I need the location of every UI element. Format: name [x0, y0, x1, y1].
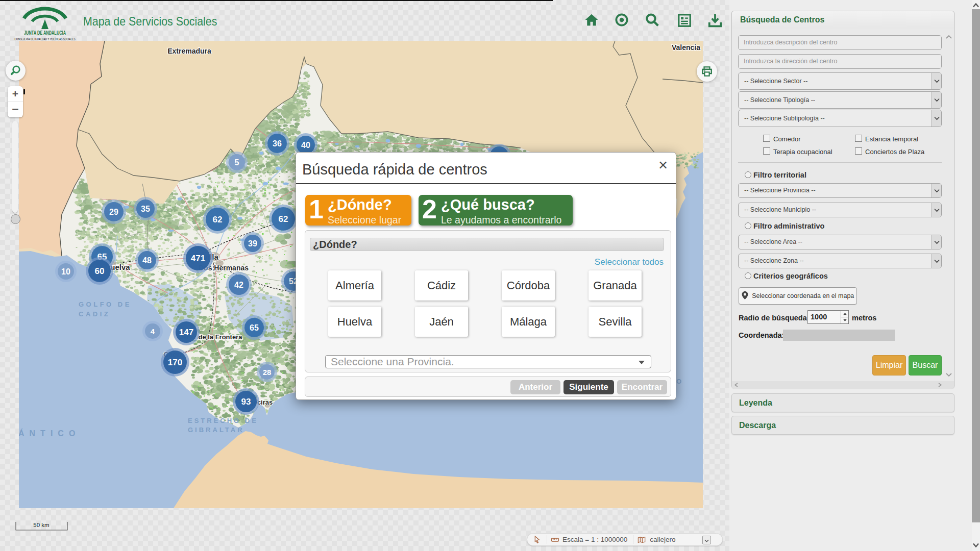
svg-text:147: 147: [179, 328, 193, 337]
svg-text:4: 4: [151, 327, 155, 336]
svg-text:93: 93: [241, 397, 251, 407]
svg-text:Extremadura: Extremadura: [167, 47, 211, 55]
svg-text:50 km: 50 km: [33, 522, 49, 528]
svg-text:39: 39: [248, 239, 257, 248]
svg-text:35: 35: [141, 205, 150, 213]
svg-text:62: 62: [279, 214, 288, 224]
svg-text:ÁNTICO: ÁNTICO: [19, 429, 80, 438]
svg-text:GOLFO DE: GOLFO DE: [79, 300, 132, 308]
svg-text:65: 65: [250, 323, 259, 332]
svg-text:48: 48: [142, 256, 152, 265]
svg-text:28: 28: [263, 368, 272, 377]
svg-text:170: 170: [168, 358, 182, 367]
svg-text:40: 40: [301, 141, 310, 149]
svg-text:62: 62: [213, 215, 223, 224]
svg-text:CONSEJERÍA DE IGUALDAD Y POLÍT: CONSEJERÍA DE IGUALDAD Y POLÍTICAS SOCIA…: [15, 37, 76, 41]
svg-text:60: 60: [95, 266, 105, 276]
svg-text:36: 36: [273, 139, 282, 148]
svg-text:Valencia: Valencia: [672, 43, 700, 52]
svg-text:10: 10: [61, 267, 70, 276]
svg-text:ESTRECHO DE: ESTRECHO DE: [188, 417, 258, 424]
svg-text:O: O: [676, 378, 681, 385]
svg-text:29: 29: [109, 208, 118, 216]
svg-text:42: 42: [234, 281, 243, 289]
svg-text:GIBRALTAR: GIBRALTAR: [188, 426, 244, 434]
svg-text:CADIZ: CADIZ: [79, 310, 110, 318]
svg-text:JUNTA DE ANDALUCIA: JUNTA DE ANDALUCIA: [24, 30, 66, 36]
svg-text:5: 5: [235, 158, 239, 167]
svg-text:471: 471: [191, 254, 205, 263]
